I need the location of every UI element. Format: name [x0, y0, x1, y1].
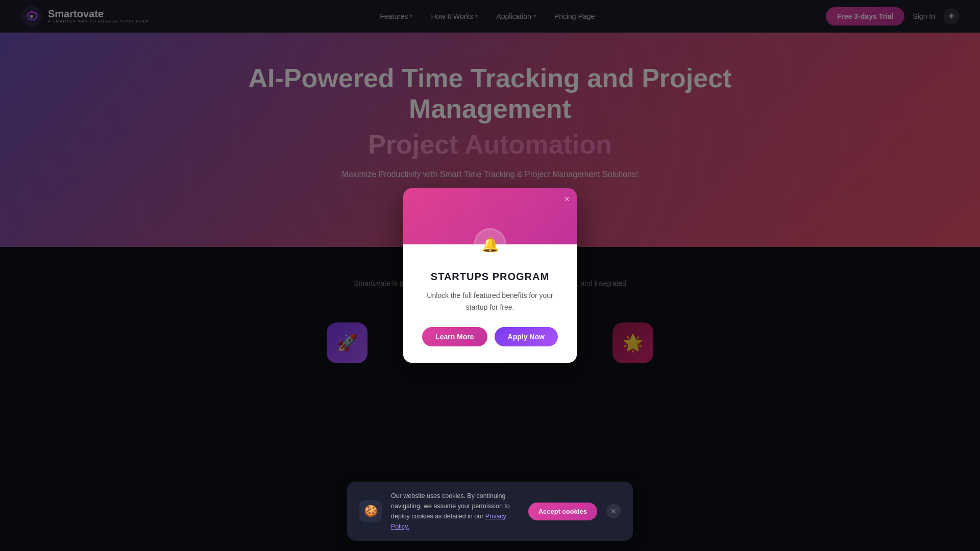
modal-top: × 🔔 [403, 188, 577, 244]
modal-close-button[interactable]: × [564, 194, 570, 204]
modal-description: Unlock the full featured benefits for yo… [418, 290, 562, 313]
modal-body: STARTUPS PROGRAM Unlock the full feature… [403, 244, 577, 363]
apply-now-button[interactable]: Apply Now [495, 327, 558, 346]
bell-icon: 🔔 [481, 236, 499, 253]
modal-title: STARTUPS PROGRAM [418, 271, 562, 283]
modal-overlay: × 🔔 STARTUPS PROGRAM Unlock the full fea… [0, 0, 980, 384]
modal-actions: Learn More Apply Now [418, 327, 562, 346]
modal-bell-wrapper: 🔔 [474, 228, 506, 261]
learn-more-button[interactable]: Learn More [422, 327, 487, 346]
startups-modal: × 🔔 STARTUPS PROGRAM Unlock the full fea… [403, 188, 577, 363]
